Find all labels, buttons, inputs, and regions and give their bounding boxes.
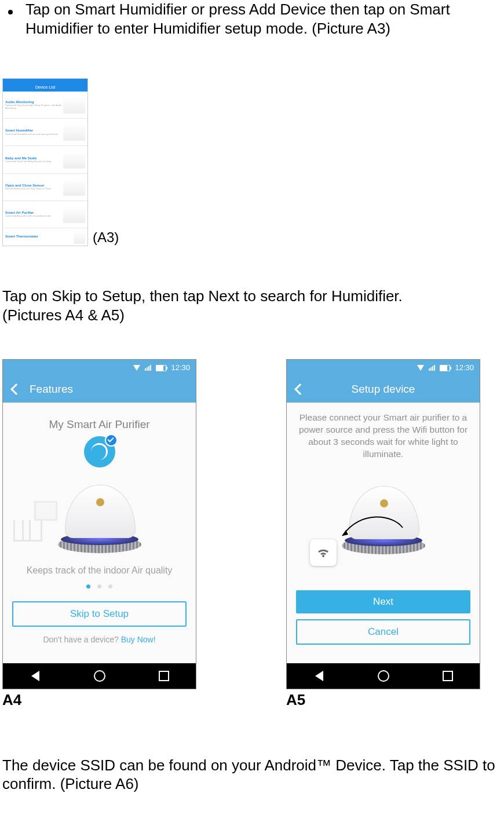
signal-icon — [145, 365, 151, 371]
chevron-left-icon — [10, 383, 22, 395]
skip-to-setup-button[interactable]: Skip to Setup — [12, 601, 187, 627]
screen-title: Features — [30, 382, 196, 396]
screen-title: Device List — [3, 83, 87, 92]
setup-illustration — [305, 463, 462, 590]
device-list-item[interactable]: Open and Close SensorRemote Notification… — [3, 174, 87, 201]
wifi-icon — [133, 365, 140, 371]
device-heading: My Smart Air Purifier — [3, 418, 196, 432]
nav-back-button[interactable] — [29, 670, 42, 682]
buy-now-link[interactable]: Buy Now! — [121, 635, 156, 644]
back-button[interactable] — [3, 385, 30, 393]
arrow-icon — [338, 511, 407, 540]
status-time: 12:30 — [455, 363, 474, 372]
status-bar: 12:30 — [3, 360, 196, 376]
device-thumb — [74, 230, 85, 244]
status-time: 12:30 — [171, 363, 190, 372]
nav-recent-button[interactable] — [441, 670, 454, 682]
purifier-image — [56, 478, 143, 553]
wifi-button-icon — [310, 539, 337, 566]
nav-home-button[interactable] — [377, 670, 390, 682]
battery-icon — [156, 365, 166, 371]
device-list-item[interactable]: Audio MonitoringConnected Sound and Ligh… — [3, 92, 87, 119]
status-bar: 12:30 — [287, 360, 480, 376]
circle-home-icon — [94, 670, 105, 682]
page-indicator[interactable] — [3, 584, 196, 589]
device-list-item[interactable]: Smart Air PurifierConnected Air purifier… — [3, 201, 87, 228]
dot — [97, 584, 101, 589]
android-nav-bar — [3, 663, 196, 689]
outro-text: The device SSID can be found on your And… — [2, 756, 502, 794]
device-thumb — [63, 96, 85, 114]
wifi-icon — [417, 365, 424, 371]
triangle-back-icon — [315, 671, 323, 681]
caption-a4: A4 — [2, 690, 196, 710]
background-illustration — [13, 501, 60, 542]
screen-title: Setup device — [287, 382, 480, 396]
dot — [108, 584, 112, 589]
battery-icon — [440, 365, 450, 371]
screenshot-a4: 12:30 Features My Smart Air Purifier — [2, 359, 196, 689]
title-bar: Features — [3, 376, 196, 403]
square-recent-icon — [159, 671, 169, 681]
screenshot-a3: Device List Audio MonitoringConnected So… — [2, 78, 88, 246]
dot-active — [86, 584, 90, 589]
bullet-icon — [2, 0, 25, 55]
cancel-button[interactable]: Cancel — [296, 619, 470, 645]
triangle-back-icon — [31, 671, 39, 681]
next-button[interactable]: Next — [296, 590, 470, 613]
feature-subtitle: Keeps track of the indoor Air quality — [3, 565, 196, 576]
air-icon — [91, 443, 108, 460]
setup-instruction: Please connect your Smart air purifier t… — [287, 403, 480, 460]
device-thumb — [63, 206, 85, 223]
circle-home-icon — [378, 670, 389, 682]
screenshot-a5: 12:30 Setup device Please connect your S… — [286, 359, 480, 689]
nav-home-button[interactable] — [93, 670, 106, 682]
square-recent-icon — [443, 671, 453, 681]
intro-bullet: Tap on Smart Humidifier or press Add Dev… — [2, 0, 502, 55]
device-thumb — [63, 123, 85, 141]
mid-text-1: Tap on Skip to Setup, then tap Next to s… — [2, 287, 502, 306]
intro-text: Tap on Smart Humidifier or press Add Dev… — [25, 0, 502, 38]
caption-a5: A5 — [286, 690, 305, 710]
device-thumb — [63, 151, 85, 169]
android-nav-bar — [287, 663, 480, 689]
signal-icon — [429, 365, 435, 371]
check-icon — [105, 434, 118, 447]
nav-recent-button[interactable] — [158, 670, 170, 682]
title-bar: Setup device — [287, 376, 480, 403]
status-bar — [3, 79, 87, 83]
mid-text-2: (Pictures A4 & A5) — [2, 306, 502, 325]
device-thumb — [63, 178, 85, 196]
feature-icon — [84, 436, 115, 467]
nav-back-button[interactable] — [313, 670, 326, 682]
label-a3: (A3) — [93, 229, 119, 246]
no-device-text: Don't have a device? Buy Now! — [3, 635, 196, 645]
device-list-item[interactable]: Smart Thermometer — [3, 228, 87, 246]
device-list-item[interactable]: Baby and Me ScaleConnected Scale with Ba… — [3, 146, 87, 173]
device-list-item[interactable]: Smart HumidifierConnected Humidifier wit… — [3, 119, 87, 146]
